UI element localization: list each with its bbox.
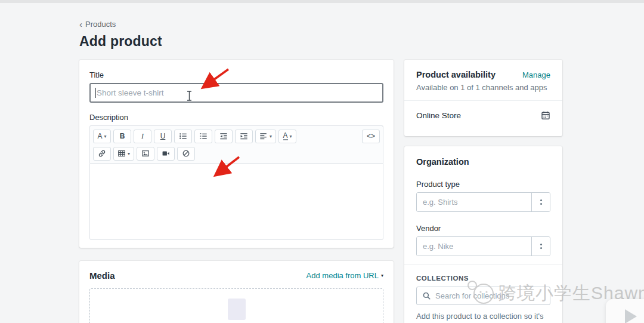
- title-label: Title: [89, 70, 383, 80]
- collections-search-field: [416, 287, 550, 305]
- chevron-down-icon: ▾: [290, 134, 292, 139]
- outdent-icon: [219, 132, 228, 140]
- media-title: Media: [89, 270, 115, 281]
- title-input[interactable]: [89, 83, 383, 103]
- chevron-down-icon: ▾: [128, 151, 130, 156]
- image-icon: [141, 149, 150, 158]
- indent-button[interactable]: [235, 130, 253, 143]
- vendor-input[interactable]: [417, 237, 531, 256]
- product-type-input[interactable]: [417, 193, 531, 211]
- code-view-button[interactable]: <>: [362, 130, 380, 143]
- divider: [404, 100, 562, 101]
- text-style-button[interactable]: A ▾: [93, 130, 111, 143]
- insert-link-button[interactable]: [93, 147, 111, 161]
- numbered-list-button[interactable]: [194, 130, 212, 143]
- rich-text-toolbar: A ▾ B I U ▾ A ▾: [89, 125, 383, 163]
- product-type-field: [416, 192, 550, 212]
- search-icon: [422, 291, 431, 300]
- manage-link[interactable]: Manage: [522, 70, 550, 79]
- availability-title: Product availability: [416, 70, 496, 79]
- product-type-label: Product type: [416, 180, 550, 189]
- vendor-field: [416, 236, 550, 256]
- description-label: Description: [89, 113, 383, 122]
- insert-table-button[interactable]: ▾: [113, 147, 134, 161]
- media-dropzone[interactable]: [89, 288, 383, 323]
- alignment-button[interactable]: ▾: [255, 130, 276, 143]
- insert-image-button[interactable]: [137, 147, 154, 161]
- collections-search-input[interactable]: [435, 291, 544, 300]
- description-editor[interactable]: [89, 163, 383, 240]
- dots-icon: [540, 244, 542, 245]
- bulleted-list-icon: [179, 132, 187, 140]
- text-color-button[interactable]: A ▾: [278, 130, 296, 143]
- channel-row: Online Store: [416, 110, 550, 120]
- dots-icon: [540, 199, 542, 201]
- vendor-label: Vendor: [416, 224, 550, 233]
- chevron-down-icon: ▾: [270, 134, 272, 139]
- chevron-down-icon: ▾: [104, 134, 107, 139]
- numbered-list-icon: [199, 132, 208, 140]
- collections-help-text: Add this product to a collection so it's…: [416, 311, 552, 323]
- indent-icon: [240, 132, 248, 140]
- link-icon: [98, 149, 106, 158]
- bold-button[interactable]: B: [113, 130, 131, 143]
- insert-video-button[interactable]: [157, 147, 175, 161]
- video-icon: [162, 149, 170, 158]
- italic-button[interactable]: I: [134, 130, 151, 143]
- breadcrumb-label: Products: [85, 20, 116, 29]
- product-availability-card: Product availability Manage Available on…: [404, 60, 562, 136]
- vendor-disclosure-button[interactable]: [531, 237, 550, 256]
- channel-name: Online Store: [416, 111, 461, 120]
- availability-subtitle: Available on 1 of 1 channels and apps: [416, 83, 550, 92]
- outdent-button[interactable]: [215, 130, 233, 143]
- align-left-icon: [259, 132, 268, 140]
- media-placeholder-icon: [228, 299, 246, 320]
- bulleted-list-button[interactable]: [174, 130, 192, 143]
- product-details-card: Title Description A ▾ B I U: [79, 60, 394, 248]
- table-icon: [117, 149, 126, 158]
- play-icon: [625, 309, 637, 323]
- collections-label: COLLECTIONS: [416, 275, 550, 282]
- divider: [404, 264, 562, 265]
- product-type-disclosure-button[interactable]: [531, 193, 550, 211]
- calendar-icon[interactable]: [541, 110, 550, 120]
- clear-formatting-button[interactable]: [177, 147, 195, 161]
- page-title: Add product: [79, 33, 162, 50]
- add-media-from-url-button[interactable]: Add media from URL ▾: [306, 271, 383, 280]
- underline-button[interactable]: U: [154, 130, 172, 143]
- window-top-edge: [0, 0, 644, 3]
- chevron-down-icon: ▾: [381, 273, 383, 278]
- media-card: Media Add media from URL ▾: [79, 261, 394, 323]
- chevron-left-icon: ‹: [79, 20, 82, 29]
- text-insertion-caret: [95, 88, 96, 98]
- organization-card: Organization Product type Vendor COLLECT…: [404, 146, 562, 323]
- video-play-button[interactable]: [606, 299, 644, 323]
- organization-title: Organization: [416, 157, 550, 167]
- clear-formatting-icon: [182, 149, 190, 158]
- breadcrumb[interactable]: ‹ Products: [79, 20, 116, 29]
